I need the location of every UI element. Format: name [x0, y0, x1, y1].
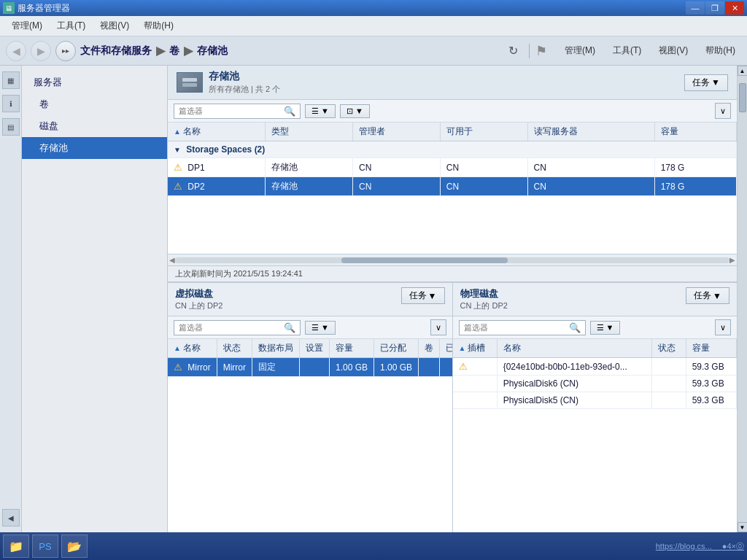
- sidebar-icon-dashboard[interactable]: ▦: [2, 71, 20, 89]
- pd-filter-input[interactable]: [464, 323, 566, 332]
- table-row[interactable]: ⚠ DP1 存储池 CN CN CN 178 G: [168, 158, 737, 177]
- pd-list-button[interactable]: ☰ ▼: [590, 321, 621, 335]
- hscroll-thumb[interactable]: [341, 257, 508, 263]
- vd-row-extra: [440, 358, 452, 377]
- pd-row3-capacity: 59.3 GB: [686, 392, 736, 409]
- filter-group-button[interactable]: ⊡ ▼: [340, 104, 370, 118]
- scrollbar-thumb[interactable]: [739, 83, 746, 112]
- expand-collapse-button[interactable]: ∨: [715, 103, 731, 119]
- horizontal-scrollbar[interactable]: ◀ ▶: [168, 254, 737, 265]
- scroll-down-button[interactable]: ▼: [738, 522, 748, 532]
- physical-disk-table[interactable]: ▲插槽 名称 状态 容量 ⚠ {024e10bd-b0b: [453, 339, 738, 532]
- taskbar-folder[interactable]: 📂: [61, 534, 88, 558]
- filter-list-button[interactable]: ☰ ▼: [305, 104, 336, 118]
- row-dp1-manager: CN: [353, 158, 441, 177]
- vd-row-layout: 固定: [252, 358, 300, 377]
- pd-warning-icon: ⚠: [459, 361, 468, 372]
- group-label: ▼ Storage Spaces (2): [168, 141, 737, 158]
- physical-disk-task-button[interactable]: 任务 ▼: [686, 287, 729, 304]
- close-button[interactable]: ✕: [725, 1, 744, 15]
- table-row[interactable]: ⚠ DP2 存储池 CN CN CN 178 G: [168, 177, 737, 196]
- sidebar-icon-expand[interactable]: ◀: [2, 509, 20, 526]
- sidebar-icon-info[interactable]: ℹ: [2, 95, 20, 112]
- row-dp2-name: ⚠ DP2: [168, 177, 266, 196]
- row-dp1-rwserver: CN: [527, 158, 654, 177]
- breadcrumb-volumes[interactable]: 卷: [169, 44, 179, 58]
- nav-menu-help[interactable]: 帮助(H): [700, 43, 741, 58]
- filter-input[interactable]: [179, 106, 281, 115]
- list-icon: ☰: [311, 106, 319, 116]
- sidebar-item-volumes[interactable]: 卷: [22, 93, 167, 115]
- nav-menu-tools[interactable]: 工具(T): [607, 43, 647, 58]
- virtual-disk-task-button[interactable]: 任务 ▼: [401, 287, 445, 304]
- title-bar-left: 🖥 服务器管理器: [3, 2, 70, 15]
- table-row[interactable]: PhysicalDisk5 (CN) 59.3 GB: [453, 392, 737, 409]
- breadcrumb-sep-2: ▶: [184, 44, 193, 58]
- filter-input-wrap: 🔍: [174, 104, 301, 119]
- flag-button[interactable]: ⚑: [535, 43, 547, 59]
- hscroll-left-btn[interactable]: ◀: [169, 256, 175, 264]
- row-dp1-name: ⚠ DP1: [168, 158, 266, 177]
- sidebar-item-disks[interactable]: 磁盘: [22, 115, 167, 137]
- taskbar-url[interactable]: https://blog.cs... ●4×⓪: [656, 541, 744, 552]
- pd-data-table: ▲插槽 名称 状态 容量 ⚠ {024e10bd-b0b: [453, 339, 738, 409]
- pd-col-slot: ▲插槽: [453, 339, 498, 358]
- row-dp2-available: CN: [440, 177, 527, 196]
- menu-tools[interactable]: 工具(T): [51, 18, 91, 34]
- menu-manage[interactable]: 管理(M): [6, 18, 48, 34]
- hscroll-right-btn[interactable]: ▶: [729, 256, 735, 264]
- pd-expand-button[interactable]: ∨: [715, 319, 731, 335]
- scroll-up-button[interactable]: ▲: [738, 66, 748, 76]
- vd-row-capacity: 1.00 GB: [330, 358, 374, 377]
- col-rwserver: 读写服务器: [527, 122, 654, 141]
- vd-expand-button[interactable]: ∨: [430, 319, 446, 335]
- menu-help[interactable]: 帮助(H): [138, 18, 179, 34]
- content-area: 存储池 所有存储池 | 共 2 个 任务 ▼ 🔍 ☰: [168, 66, 737, 532]
- vd-data-table: ▲名称 状态 数据布局 设置 容量 已分配 卷 已: [168, 339, 452, 377]
- sidebar-item-servers[interactable]: 服务器: [22, 71, 167, 93]
- minimize-button[interactable]: —: [686, 1, 705, 15]
- breadcrumb-storagepool[interactable]: 存储池: [197, 44, 228, 58]
- table-row[interactable]: ⚠ Mirror Mirror 固定 1.00 GB 1.00 GB: [168, 358, 452, 377]
- nav-menu-manage[interactable]: 管理(M): [559, 43, 601, 58]
- pd-row3-name: PhysicalDisk5 (CN): [497, 392, 652, 409]
- virtual-disk-table[interactable]: ▲名称 状态 数据布局 设置 容量 已分配 卷 已: [168, 339, 452, 532]
- table-row[interactable]: PhysicalDisk6 (CN) 59.3 GB: [453, 376, 737, 392]
- row-dp2-type: 存储池: [266, 177, 353, 196]
- refresh-button[interactable]: ↻: [503, 41, 523, 61]
- nav-extra-button[interactable]: ▸▸: [55, 41, 76, 61]
- vd-filter-input[interactable]: [179, 323, 281, 332]
- back-button[interactable]: ◀: [6, 41, 26, 61]
- sidebar-item-storage-pool[interactable]: 存储池: [22, 137, 167, 159]
- breadcrumb-files[interactable]: 文件和存储服务: [80, 44, 152, 58]
- group-icon: ⊡: [347, 106, 353, 116]
- table-row[interactable]: ⚠ {024e10bd-b0b0-11eb-93ed-0... 59.3 GB: [453, 358, 737, 376]
- taskbar-file-explorer[interactable]: 📁: [3, 534, 29, 558]
- storage-pool-table[interactable]: ▲名称 类型 管理者 可用于 读写服务器 容量 ▼ Storage S: [168, 122, 737, 254]
- right-scrollbar[interactable]: ▲ ▼: [737, 66, 747, 532]
- storage-pool-task-button[interactable]: 任务 ▼: [684, 74, 728, 91]
- maximize-button[interactable]: ❐: [705, 1, 724, 15]
- row-dp1-type: 存储池: [266, 158, 353, 177]
- vd-list-button[interactable]: ☰ ▼: [305, 321, 336, 335]
- row-dp1-available: CN: [440, 158, 527, 177]
- nav-menu-view[interactable]: 视图(V): [653, 43, 694, 58]
- hscroll-track[interactable]: [175, 257, 729, 263]
- sidebar-icon-storage[interactable]: ▤: [2, 118, 20, 136]
- forward-button[interactable]: ▶: [31, 41, 51, 61]
- pd-col-status: 状态: [652, 339, 686, 358]
- physical-disk-filter-bar: 🔍 ☰ ▼ ∨: [453, 316, 738, 339]
- vd-col-layout: 数据布局: [252, 339, 300, 358]
- window-controls: — ❐ ✕: [686, 1, 744, 15]
- taskbar-powershell[interactable]: PS: [32, 534, 58, 558]
- scrollbar-track[interactable]: [738, 76, 748, 522]
- menu-view[interactable]: 视图(V): [94, 18, 135, 34]
- taskbar: 📁 PS 📂 https://blog.cs... ●4×⓪: [0, 532, 747, 560]
- virtual-disk-panel: 虚拟磁盘 CN 上的 DP2 任务 ▼: [168, 283, 453, 532]
- vd-filter-wrap: 🔍: [174, 320, 301, 335]
- pd-row3-status: [652, 392, 686, 409]
- bottom-panels: 虚拟磁盘 CN 上的 DP2 任务 ▼: [168, 281, 737, 532]
- vd-col-status: 状态: [217, 339, 252, 358]
- pd-row2-slot: [453, 376, 498, 392]
- menu-bar: 管理(M) 工具(T) 视图(V) 帮助(H): [0, 16, 747, 36]
